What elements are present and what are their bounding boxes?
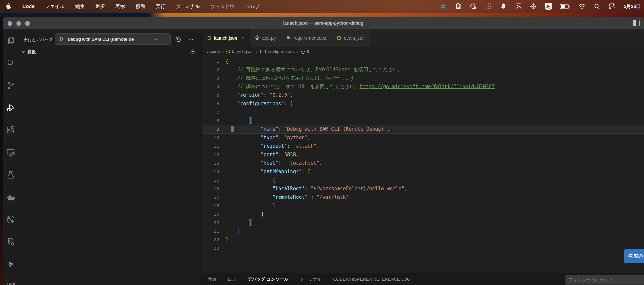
panel-tab-出力[interactable]: 出力 (228, 276, 236, 282)
debug-configuration-dropdown[interactable]: Debug with SAM CLI (Remote De (55, 33, 171, 45)
code-line-16: 16 "localRoot": "${workspaceFolder}/hell… (202, 185, 644, 193)
debug-console-filter-input[interactable] (565, 275, 644, 285)
add-configuration-button[interactable]: 構成の (624, 249, 644, 263)
activity-source-control-icon[interactable] (3, 74, 19, 96)
input-source-icon[interactable]: あ (545, 3, 552, 10)
control-center-icon[interactable] (608, 3, 616, 10)
breadcrumb-item-configurations[interactable]: [ ]configurations (259, 49, 295, 54)
code-line-21: 21 ] (202, 227, 644, 236)
code-line-12: 12 "port": 5858, (202, 151, 644, 159)
start-debug-icon[interactable] (59, 37, 64, 42)
activity-extensions-icon[interactable] (3, 119, 19, 141)
chevron-down-icon[interactable] (21, 50, 26, 54)
activity-application-composer-icon[interactable] (3, 231, 19, 253)
variables-section-header[interactable]: 変数 (19, 48, 201, 56)
code-editor[interactable]: 1{2 // 可能性のある属性については、IntelliSense を活用してく… (202, 57, 644, 273)
panel-tab-問題[interactable]: 問題 (208, 276, 216, 282)
dots-grid-icon[interactable] (485, 3, 492, 10)
apple-menu[interactable] (6, 3, 12, 10)
breadcrumb-symbol-icon: {} (226, 49, 230, 54)
open-launch-json-gear-button[interactable] (174, 35, 182, 43)
window-title: launch.json — sam-app-python-debug (3, 17, 644, 29)
activity-gitlens-icon[interactable] (3, 208, 19, 231)
activity-run-debug-icon[interactable] (3, 96, 19, 119)
menu-item-ヘルプ[interactable]: ヘルプ (245, 3, 260, 9)
menu-item-選択[interactable]: 選択 (95, 3, 105, 9)
menu-item-編集[interactable]: 編集 (75, 3, 85, 9)
code-line-7: 7 (202, 108, 644, 117)
code-line-5: 5 "version": "0.2.0", (202, 91, 644, 100)
line-number: 23 (202, 244, 219, 253)
line-number: 21 (202, 227, 219, 236)
breadcrumb-item-launch.json[interactable]: {}launch.json (226, 49, 253, 54)
petals-icon[interactable] (530, 3, 537, 10)
menu-items: Codeファイル編集選択表示移動実行ターミナルウィンドウヘルプ (6, 3, 260, 10)
menu-item-ターミナル[interactable]: ターミナル (176, 3, 200, 9)
breadcrumb-item-.vscode[interactable]: .vscode (205, 49, 220, 54)
collapse-all-icon[interactable] (190, 49, 196, 55)
panel-tab-ターミナル[interactable]: ターミナル (300, 276, 322, 282)
menu-item-ファイル[interactable]: ファイル (45, 3, 64, 9)
code-line-23: 23 (202, 244, 644, 253)
activity-bar: AWS (3, 29, 19, 285)
panel-tab-CODEWHISPERER REFERENCE LOG[interactable]: CODEWHISPERER REFERENCE LOG (333, 277, 410, 282)
activity-remote-explorer-icon[interactable] (3, 141, 19, 163)
code-line-17: 17 "remoteRoot" : "/var/task" (202, 193, 644, 202)
breadcrumb-separator: › (256, 49, 258, 54)
code-link[interactable]: https://go.microsoft.com/fwlink/?linkid=… (360, 84, 495, 89)
more-actions-button[interactable]: ⋯ (187, 35, 196, 43)
line-number: 10 (202, 134, 219, 142)
code-line-4: 4 // 詳細については、次の URL を参照してください。https://go… (202, 83, 644, 91)
menu-item-表示[interactable]: 表示 (115, 3, 125, 9)
python-icon (255, 35, 260, 41)
panel-tab-デバッグ コンソール[interactable]: デバッグ コンソール (248, 276, 289, 282)
screen-lock-icon[interactable] (469, 3, 477, 10)
code-line-20: 20 } (202, 219, 644, 227)
activity-docker-icon[interactable] (3, 186, 19, 208)
tab-label: event.json (344, 36, 365, 41)
line-number: 22 (202, 236, 219, 244)
menu-item-実行[interactable]: 実行 (156, 3, 165, 9)
menu-item-ウィンドウ[interactable]: ウィンドウ (211, 3, 235, 9)
clipboard-icon[interactable] (454, 3, 462, 10)
line-number: 4 (202, 83, 219, 91)
breadcrumb-item-0[interactable]: {}0 (301, 49, 309, 54)
line-number: 19 (202, 210, 219, 219)
line-number: 5 (202, 91, 219, 100)
activity-aws-label[interactable]: AWS (3, 282, 19, 285)
tab-requirements.txt[interactable]: requirements.txt (281, 29, 331, 47)
menu-bar-status-area: あ 5月23日 (439, 3, 641, 10)
stage-manager-icon[interactable] (439, 3, 447, 10)
line-number: 2 (202, 66, 219, 74)
activity-terraform-icon[interactable] (3, 253, 19, 275)
breadcrumb-separator: › (222, 49, 224, 54)
code-line-14: 14 "pathMappings": [ (202, 168, 644, 176)
code-line-18: 18 } (202, 202, 644, 210)
close-tab-icon[interactable]: × (241, 35, 244, 41)
sidebar-title: 実行とデバッグ (24, 37, 53, 43)
activity-search-icon[interactable] (3, 52, 19, 74)
run-debug-sidebar: 実行とデバッグ Debug with SAM CLI (Remote De ⋯ … (19, 29, 201, 285)
json-braces-icon: {} (207, 36, 212, 40)
code-line-3: 3 // 既存の属性の説明を表示するには、ホバーします。 (202, 74, 644, 83)
notification-bell-icon[interactable] (500, 3, 507, 10)
menu-item-移動[interactable]: 移動 (136, 3, 145, 9)
code-line-6: 6 "configurations": [ (202, 100, 644, 108)
search-icon[interactable] (593, 3, 601, 10)
screenshot-icon[interactable] (515, 3, 522, 10)
tab-app.py[interactable]: app.py (250, 29, 281, 47)
workbench: AWS 実行とデバッグ Debug with SAM CLI (Remote D… (3, 29, 644, 285)
activity-explorer-icon[interactable] (3, 29, 19, 52)
tab-event.json[interactable]: {}event.json (331, 29, 370, 47)
tab-launch.json[interactable]: {}launch.json× (202, 29, 250, 47)
wifi-icon[interactable] (578, 3, 586, 10)
bottom-panel: 問題出力デバッグ コンソールターミナルCODEWHISPERER REFEREN… (202, 273, 644, 285)
line-number: 3 (202, 74, 219, 83)
menu-bar-date[interactable]: 5月23日 (624, 3, 641, 9)
toggle-sidebar-layout-icon[interactable] (633, 20, 640, 26)
menu-item-app[interactable]: Code (22, 3, 35, 9)
panel-tabs: 問題出力デバッグ コンソールターミナルCODEWHISPERER REFEREN… (208, 276, 410, 282)
battery-icon[interactable] (559, 3, 571, 10)
activity-testing-icon[interactable] (3, 163, 19, 186)
json-braces-icon: {} (336, 36, 341, 40)
